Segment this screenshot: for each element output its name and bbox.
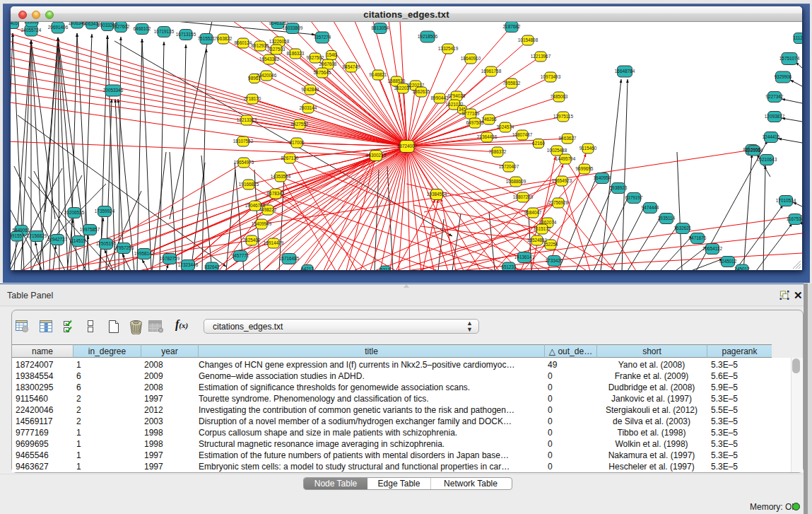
svg-text:98961: 98961 [248,76,261,81]
svg-text:9474444: 9474444 [642,205,659,210]
svg-text:2718170: 2718170 [244,96,261,101]
svg-text:7515521: 7515521 [198,36,216,41]
svg-text:19654923: 19654923 [552,178,572,183]
svg-text:9245012: 9245012 [719,259,737,264]
svg-text:13325419: 13325419 [438,46,459,51]
svg-text:15300215: 15300215 [366,153,387,158]
svg-text:19654975: 19654975 [234,160,254,165]
svg-text:20053346: 20053346 [103,88,124,93]
svg-text:8471676: 8471676 [689,235,707,240]
svg-text:7485063: 7485063 [551,94,568,99]
svg-text:5849061: 5849061 [13,228,30,233]
svg-text:252254: 252254 [543,242,558,247]
svg-text:1362615: 1362615 [413,89,430,94]
svg-text:15751074: 15751074 [779,56,800,61]
svg-text:17359924: 17359924 [95,209,115,214]
svg-text:19975857: 19975857 [80,227,100,232]
svg-text:10807487: 10807487 [512,132,533,137]
svg-text:12213967: 12213967 [531,54,551,59]
svg-text:10688609: 10688609 [506,179,526,184]
svg-text:2803144: 2803144 [300,105,317,110]
svg-text:17957253: 17957253 [114,245,134,250]
svg-text:1244415: 1244415 [763,134,780,139]
svg-text:12093877: 12093877 [765,114,785,119]
svg-text:6379197: 6379197 [625,195,643,200]
svg-text:8427552: 8427552 [291,122,309,127]
svg-text:15716485: 15716485 [279,256,300,261]
svg-text:14353594: 14353594 [271,174,291,179]
svg-text:5213: 5213 [380,267,391,270]
svg-text:1733426: 1733426 [546,258,563,263]
svg-text:213061: 213061 [24,22,40,24]
svg-text:1362074: 1362074 [539,220,557,225]
svg-text:11123: 11123 [794,35,802,40]
svg-text:6497503: 6497503 [466,120,484,125]
svg-text:8267130: 8267130 [281,156,299,160]
svg-text:7357274: 7357274 [314,35,331,40]
svg-text:5875645: 5875645 [314,70,331,75]
svg-text:18724007: 18724007 [397,144,418,148]
svg-text:9463627: 9463627 [559,136,577,141]
svg-text:12942737: 12942737 [47,237,68,242]
svg-text:20206535: 20206535 [64,210,85,215]
svg-text:7663822: 7663822 [215,36,233,41]
svg-text:2405: 2405 [11,22,18,25]
svg-text:1021064: 1021064 [746,148,763,153]
svg-text:16648784: 16648784 [615,69,635,74]
svg-text:10719135: 10719135 [154,29,175,34]
svg-text:7625402: 7625402 [243,238,261,243]
svg-text:2187682: 2187682 [503,24,521,29]
svg-text:9146821: 9146821 [370,72,387,77]
svg-text:62160: 62160 [532,141,545,146]
svg-text:8454749: 8454749 [343,64,360,69]
svg-text:12975115: 12975115 [553,114,573,119]
svg-text:9242843: 9242843 [302,87,319,92]
svg-text:1615172: 1615172 [534,226,551,231]
svg-text:9327503: 9327503 [268,47,286,52]
svg-text:21364436: 21364436 [477,134,498,139]
svg-text:10025488: 10025488 [547,148,567,153]
svg-text:20756928: 20756928 [548,200,569,205]
svg-text:9227342: 9227342 [766,94,784,99]
svg-text:18107552: 18107552 [233,139,254,144]
svg-text:9699695: 9699695 [576,166,594,171]
svg-text:9457771: 9457771 [232,253,249,258]
svg-text:8678342: 8678342 [267,191,285,196]
svg-text:2967608: 2967608 [319,62,337,66]
svg-text:16914479: 16914479 [264,240,284,245]
svg-text:64213: 64213 [301,267,314,270]
svg-text:8813054: 8813054 [372,25,389,30]
svg-text:7386372: 7386372 [489,149,507,154]
svg-text:9777169: 9777169 [462,111,480,116]
svg-text:18807289: 18807289 [513,194,534,199]
svg-text:12323448: 12323448 [178,262,199,267]
svg-text:16782759: 16782759 [160,256,180,261]
svg-text:9327502: 9327502 [307,55,324,60]
svg-text:16713155: 16713155 [176,32,196,37]
svg-text:10654112: 10654112 [702,246,722,251]
svg-text:18640910: 18640910 [461,56,481,61]
svg-text:114519: 114519 [71,238,86,243]
svg-text:7632621: 7632621 [674,226,692,230]
svg-text:6794028: 6794028 [448,93,466,98]
svg-text:17010534: 17010534 [776,198,796,203]
svg-text:8186323: 8186323 [287,51,305,56]
svg-text:16543382: 16543382 [259,57,280,62]
svg-text:15720407: 15720407 [499,164,519,169]
svg-text:16961758: 16961758 [481,69,502,74]
svg-text:15409949: 15409949 [252,221,272,226]
svg-text:832642: 832642 [204,264,220,269]
svg-text:245012: 245012 [734,267,750,270]
svg-text:16033809: 16033809 [283,25,303,30]
svg-text:8660124: 8660124 [235,40,252,45]
svg-text:1621022: 1621022 [446,102,464,107]
svg-text:12156829: 12156829 [27,233,47,238]
svg-text:19384554: 19384554 [427,192,447,197]
svg-text:9329906: 9329906 [775,74,792,79]
svg-text:5938923: 5938923 [610,185,628,190]
svg-text:4498222: 4498222 [259,207,277,212]
svg-text:651231: 651231 [501,264,517,269]
svg-text:19958147: 19958147 [134,251,155,256]
svg-text:991557: 991557 [11,233,25,238]
svg-text:3024574: 3024574 [497,124,514,129]
